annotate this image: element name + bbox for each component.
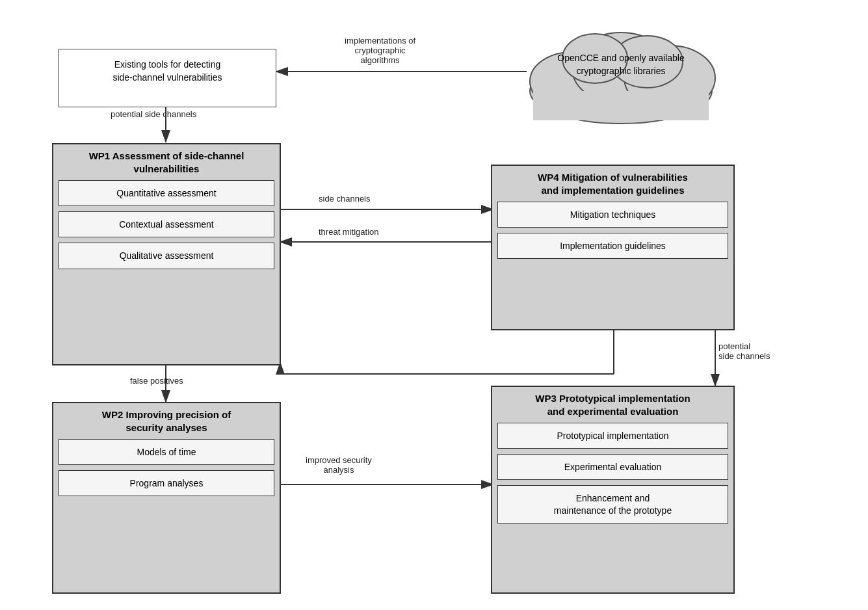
label-potential-side-channels-right: potentialside channels bbox=[718, 341, 770, 361]
label-implementations: implementations ofcryptographicalgorithm… bbox=[345, 36, 415, 65]
wp3-item-2: Experimental evaluation bbox=[497, 454, 728, 480]
cloud-text: OpenCCE and openly availablecryptographi… bbox=[533, 52, 709, 77]
wp1-title: WP1 Assessment of side-channelvulnerabil… bbox=[59, 150, 274, 175]
wp4-title: WP4 Mitigation of vulnerabilitiesand imp… bbox=[497, 171, 728, 196]
wp1-item-1: Quantitative assessment bbox=[59, 180, 274, 206]
label-false-positives: false positives bbox=[130, 376, 183, 386]
wp4-box: WP4 Mitigation of vulnerabilitiesand imp… bbox=[491, 165, 735, 330]
wp1-item-3: Qualitative assessment bbox=[59, 243, 274, 269]
wp2-box: WP2 Improving precision ofsecurity analy… bbox=[52, 402, 281, 594]
tool-box-label: Existing tools for detectingside-channel… bbox=[112, 59, 222, 83]
wp4-item-1: Mitigation techniques bbox=[497, 202, 728, 228]
wp3-box: WP3 Prototypical implementationand exper… bbox=[491, 386, 735, 594]
label-potential-side-channels-top: potential side channels bbox=[111, 109, 196, 119]
wp3-title: WP3 Prototypical implementationand exper… bbox=[497, 392, 728, 418]
label-side-channels: side channels bbox=[319, 194, 371, 204]
diagram: Existing tools for detectingside-channel… bbox=[0, 0, 868, 610]
wp2-item-1: Models of time bbox=[59, 439, 274, 465]
label-improved-security: improved securityanalysis bbox=[306, 455, 372, 475]
wp2-title: WP2 Improving precision ofsecurity analy… bbox=[59, 408, 274, 434]
wp1-box: WP1 Assessment of side-channelvulnerabil… bbox=[52, 143, 281, 365]
wp2-item-2: Program analyses bbox=[59, 470, 274, 496]
svg-rect-17 bbox=[533, 91, 709, 120]
cloud-container: OpenCCE and openly availablecryptographi… bbox=[520, 13, 722, 127]
wp3-item-3: Enhancement andmaintenance of the protot… bbox=[497, 485, 728, 523]
tool-box: Existing tools for detectingside-channel… bbox=[59, 49, 276, 107]
wp1-item-2: Contextual assessment bbox=[59, 211, 274, 237]
wp3-item-1: Prototypical implementation bbox=[497, 423, 728, 449]
wp4-item-2: Implementation guidelines bbox=[497, 233, 728, 259]
label-threat-mitigation: threat mitigation bbox=[319, 227, 379, 237]
